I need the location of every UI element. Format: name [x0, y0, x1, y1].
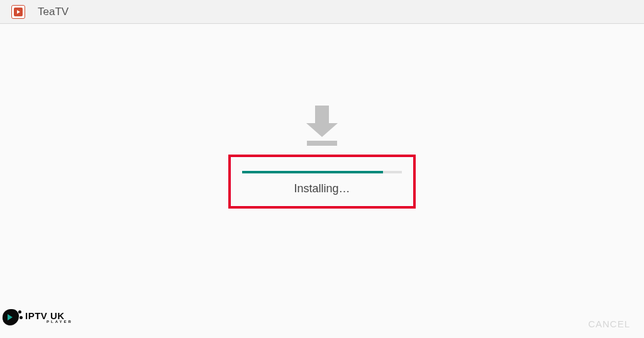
install-panel: Installing…	[228, 155, 416, 209]
app-title: TeaTV	[38, 6, 69, 18]
watermark-icon	[3, 309, 21, 325]
title-bar: TeaTV	[0, 0, 644, 24]
progress-fill	[242, 171, 383, 173]
main-content: Installing… CANCEL IPTV UK PLAYER	[0, 24, 644, 338]
cancel-button[interactable]: CANCEL	[588, 319, 630, 329]
progress-bar	[242, 171, 402, 173]
install-status-label: Installing…	[294, 182, 350, 195]
watermark-line2: PLAYER	[47, 320, 73, 324]
app-icon	[11, 5, 25, 19]
download-icon	[306, 106, 338, 146]
watermark: IPTV UK PLAYER	[3, 309, 73, 325]
watermark-line1: IPTV UK	[25, 311, 73, 320]
